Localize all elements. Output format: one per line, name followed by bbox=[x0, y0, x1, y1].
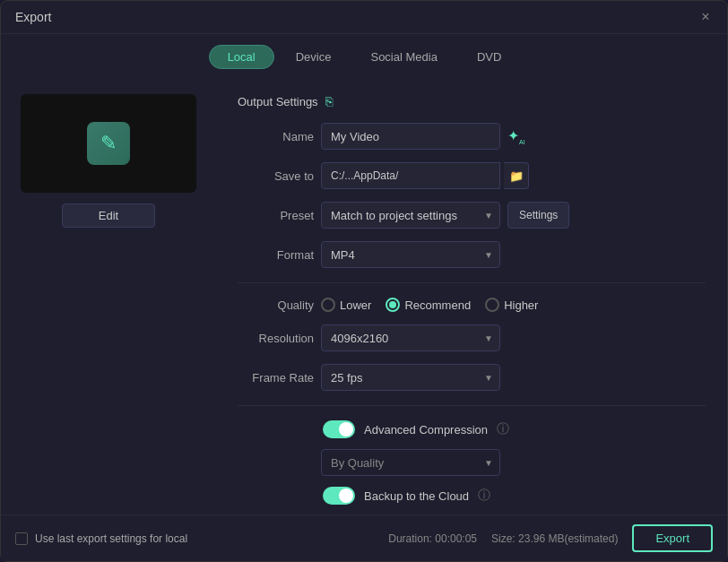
frame-rate-select[interactable]: 25 fps bbox=[321, 364, 500, 391]
settings-panel: Output Settings ⎘ Name ✦AI Save to 📁 bbox=[216, 80, 727, 514]
frame-rate-label: Frame Rate bbox=[238, 371, 314, 385]
quality-recommend-radio[interactable] bbox=[386, 298, 400, 312]
footer-right: Duration: 00:00:05 Size: 23.96 MB(estima… bbox=[388, 524, 713, 552]
resolution-row: Resolution 4096x2160 ▼ bbox=[238, 324, 706, 351]
format-row: Format MP4 ▼ bbox=[238, 241, 706, 268]
divider-1 bbox=[238, 282, 706, 283]
frame-rate-row: Frame Rate 25 fps ▼ bbox=[238, 364, 706, 391]
backup-cloud-toggle[interactable] bbox=[323, 487, 355, 505]
by-quality-select[interactable]: By Quality bbox=[321, 449, 500, 476]
preset-row: Preset Match to project settings ▼ Setti… bbox=[238, 202, 706, 229]
divider-2 bbox=[238, 405, 706, 406]
save-to-input[interactable] bbox=[321, 162, 500, 189]
window-title: Export bbox=[15, 10, 51, 24]
edit-button[interactable]: Edit bbox=[62, 203, 155, 228]
frame-rate-select-wrapper: 25 fps ▼ bbox=[321, 364, 500, 391]
quality-row: Quality Lower Recommend Higher bbox=[238, 298, 706, 312]
advanced-compression-help-icon[interactable]: ⓘ bbox=[497, 421, 509, 437]
tab-bar: Local Device Social Media DVD bbox=[1, 34, 727, 80]
quality-label: Quality bbox=[238, 298, 314, 312]
output-settings-header: Output Settings ⎘ bbox=[238, 94, 706, 108]
advanced-compression-toggle[interactable] bbox=[323, 420, 355, 438]
tab-device[interactable]: Device bbox=[278, 45, 350, 69]
resolution-select-wrapper: 4096x2160 ▼ bbox=[321, 324, 500, 351]
preset-label: Preset bbox=[238, 209, 314, 222]
by-quality-row: By Quality ▼ bbox=[238, 449, 706, 476]
export-window: Export × Local Device Social Media DVD ✎… bbox=[0, 0, 728, 562]
name-input[interactable] bbox=[321, 123, 500, 150]
name-row: Name ✦AI bbox=[238, 123, 706, 150]
tab-dvd[interactable]: DVD bbox=[459, 45, 519, 69]
last-export-label: Use last export settings for local bbox=[35, 532, 187, 545]
quality-options-group: Lower Recommend Higher bbox=[321, 298, 538, 312]
preset-select-wrapper: Match to project settings ▼ bbox=[321, 202, 500, 229]
quality-higher-radio[interactable] bbox=[485, 298, 499, 312]
footer: Use last export settings for local Durat… bbox=[1, 514, 727, 561]
quality-lower-radio[interactable] bbox=[321, 298, 335, 312]
settings-button[interactable]: Settings bbox=[507, 202, 569, 229]
size-info: Size: 23.96 MB(estimated) bbox=[491, 532, 618, 545]
quality-recommend-option[interactable]: Recommend bbox=[386, 298, 471, 312]
advanced-compression-label: Advanced Compression bbox=[364, 423, 488, 437]
by-quality-select-wrapper: By Quality ▼ bbox=[321, 449, 500, 476]
save-to-label: Save to bbox=[238, 169, 314, 183]
tab-social-media[interactable]: Social Media bbox=[352, 45, 455, 69]
quality-higher-option[interactable]: Higher bbox=[485, 298, 538, 312]
quality-higher-label: Higher bbox=[504, 298, 538, 312]
preset-field-group: Match to project settings ▼ Settings bbox=[321, 202, 569, 229]
output-settings-label: Output Settings bbox=[238, 95, 318, 108]
advanced-compression-row: Advanced Compression ⓘ bbox=[238, 420, 706, 438]
title-bar: Export × bbox=[1, 1, 727, 34]
ai-icon: ✦AI bbox=[507, 127, 525, 145]
backup-cloud-help-icon[interactable]: ⓘ bbox=[478, 488, 490, 504]
folder-button[interactable]: 📁 bbox=[504, 162, 529, 189]
preview-box: ✎ bbox=[21, 94, 196, 193]
preview-icon: ✎ bbox=[87, 122, 130, 165]
save-to-field-group: 📁 bbox=[321, 162, 529, 189]
output-settings-icon: ⎘ bbox=[325, 94, 333, 108]
resolution-label: Resolution bbox=[238, 332, 314, 345]
preset-select[interactable]: Match to project settings bbox=[321, 202, 500, 229]
last-export-checkbox[interactable] bbox=[15, 532, 28, 545]
preview-panel: ✎ Edit bbox=[1, 80, 216, 514]
export-button[interactable]: Export bbox=[632, 524, 713, 552]
quality-lower-option[interactable]: Lower bbox=[321, 298, 371, 312]
tab-local[interactable]: Local bbox=[209, 45, 274, 69]
backup-cloud-row: Backup to the Cloud ⓘ bbox=[238, 487, 706, 505]
duration-info: Duration: 00:00:05 bbox=[388, 532, 477, 545]
close-button[interactable]: × bbox=[698, 10, 713, 24]
format-label: Format bbox=[238, 248, 314, 262]
content-area: ✎ Edit Output Settings ⎘ Name ✦AI Save t… bbox=[1, 80, 727, 514]
footer-left: Use last export settings for local bbox=[15, 532, 187, 545]
format-select[interactable]: MP4 bbox=[321, 241, 500, 268]
name-label: Name bbox=[238, 130, 314, 143]
format-select-wrapper: MP4 ▼ bbox=[321, 241, 500, 268]
backup-cloud-label: Backup to the Cloud bbox=[364, 489, 469, 503]
save-to-row: Save to 📁 bbox=[238, 162, 706, 189]
quality-recommend-label: Recommend bbox=[404, 298, 471, 312]
resolution-select[interactable]: 4096x2160 bbox=[321, 324, 500, 351]
name-field-group: ✦AI bbox=[321, 123, 525, 150]
quality-lower-label: Lower bbox=[340, 298, 371, 312]
